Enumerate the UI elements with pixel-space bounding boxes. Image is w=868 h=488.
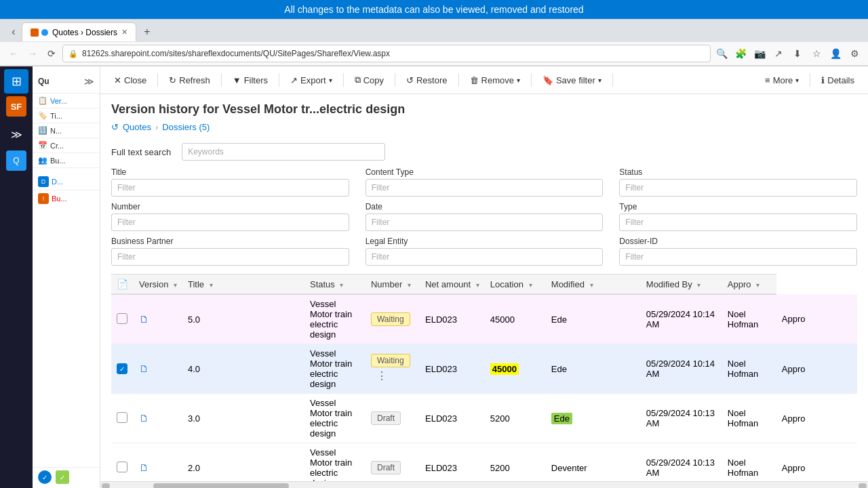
separator-9 xyxy=(810,73,810,87)
new-tab-btn[interactable]: + xyxy=(139,24,155,40)
col-modified-header[interactable]: Modified ▾ xyxy=(546,274,641,295)
h-scroll-right[interactable] xyxy=(859,483,867,489)
checkbox-checked[interactable]: ✓ xyxy=(117,363,127,374)
forward-btn[interactable]: → xyxy=(24,45,41,62)
h-scroll-thumb[interactable] xyxy=(153,483,289,489)
restore-label: Restore xyxy=(416,75,448,85)
col-location-header[interactable]: Location ▾ xyxy=(485,274,546,295)
breadcrumb-quotes-link[interactable]: Quotes xyxy=(123,122,151,132)
number-filter-label: Number xyxy=(111,202,349,211)
filters-button[interactable]: ▼ Filters xyxy=(227,73,273,88)
h-scrollbar[interactable] xyxy=(100,481,868,488)
camera-btn[interactable]: 📷 xyxy=(751,45,768,62)
row-status: Draft xyxy=(366,443,420,482)
full-text-input[interactable] xyxy=(182,143,385,161)
profile-btn[interactable]: 👤 xyxy=(827,45,844,62)
row-location: Ede xyxy=(546,394,641,443)
file-icon: 🗋 xyxy=(139,314,149,325)
extensions-btn[interactable]: 🧩 xyxy=(732,45,749,62)
row-net-amount: 5200 xyxy=(485,443,546,482)
back-btn[interactable]: ← xyxy=(5,45,22,62)
breadcrumb-dossiers-link[interactable]: Dossiers (5) xyxy=(162,122,210,132)
row-number: ELD023 xyxy=(420,344,485,394)
file-icon: 🗋 xyxy=(139,462,149,473)
browser-tabs: ‹ Quotes › Dossiers ✕ + xyxy=(0,19,868,42)
col-net-header[interactable]: Net amount ▾ xyxy=(420,274,485,295)
sidebar-item-n[interactable]: 🔢N... xyxy=(33,123,100,138)
col-version-header[interactable]: Version ▾ xyxy=(134,274,182,295)
col-status-header[interactable]: Status ▾ xyxy=(304,274,366,295)
refresh-button[interactable]: ↻ Refresh xyxy=(163,73,216,88)
col-modifiedby-header[interactable]: Modified By ▾ xyxy=(641,274,722,295)
export-button[interactable]: ↗ Export ▾ xyxy=(285,73,338,88)
bp-filter-input[interactable] xyxy=(111,248,349,266)
row-context-menu-trigger[interactable]: ⋮ xyxy=(374,367,390,384)
sidebar-item-d[interactable]: D D... xyxy=(33,174,100,190)
date-filter-input[interactable] xyxy=(366,214,604,231)
details-button[interactable]: ℹ Details xyxy=(816,73,860,88)
dossier-id-input[interactable] xyxy=(619,248,857,266)
title-filter-label: Title xyxy=(111,167,349,177)
separator-7 xyxy=(531,73,532,87)
content-type-input[interactable] xyxy=(366,179,604,197)
copy-icon: ⧉ xyxy=(355,75,361,85)
restore-icon: ↺ xyxy=(406,75,414,85)
separator-4 xyxy=(343,73,344,87)
status-green-icon[interactable]: ✓ xyxy=(56,470,69,484)
row-icon-cell: 🗋 xyxy=(134,394,182,443)
settings-btn[interactable]: ⚙ xyxy=(846,45,863,62)
restore-button[interactable]: ↺ Restore xyxy=(401,73,453,88)
type-filter-label: Type xyxy=(619,202,857,211)
row-appro: Appro xyxy=(776,294,857,344)
h-scroll-left[interactable] xyxy=(102,483,110,489)
number-sort-icon: ▾ xyxy=(408,281,411,289)
legal-entity-filter-input[interactable] xyxy=(366,248,604,266)
row-appro: Appro xyxy=(776,394,857,443)
row-net-amount: 45000 xyxy=(485,344,546,394)
browser-tab[interactable]: Quotes › Dossiers ✕ xyxy=(22,22,136,41)
checkbox-unchecked[interactable] xyxy=(117,412,127,423)
sidebar-item-ti[interactable]: 🏷️Ti... xyxy=(33,108,100,123)
more-button[interactable]: ≡ More ▾ xyxy=(760,73,804,88)
row-modified-by: Noel Hofman xyxy=(722,443,776,482)
search-browser-btn[interactable]: 🔍 xyxy=(713,45,730,62)
checkbox-unchecked[interactable] xyxy=(117,313,127,324)
remove-button[interactable]: 🗑 Remove ▾ xyxy=(465,73,526,88)
type-filter-input[interactable] xyxy=(619,214,857,231)
legal-entity-filter-row: Legal Entity xyxy=(366,237,604,266)
checkbox-unchecked[interactable] xyxy=(117,462,127,472)
apps-btn[interactable]: ⊞ xyxy=(4,69,28,94)
sidebar-item-bu2[interactable]: ! Bu... xyxy=(33,190,100,207)
copy-button[interactable]: ⧉ Copy xyxy=(349,72,389,88)
reload-btn[interactable]: ⟳ xyxy=(43,45,60,62)
browser-back-btn[interactable]: ‹ xyxy=(5,24,22,40)
col-appro-header[interactable]: Appro ▾ xyxy=(722,274,776,295)
number-filter-input[interactable] xyxy=(111,214,349,231)
row-checkbox-cell xyxy=(111,294,134,344)
row-modified-by: Noel Hofman xyxy=(722,394,776,443)
collapse-nav-btn[interactable]: ≫ xyxy=(4,122,28,146)
favorites-btn[interactable]: ☆ xyxy=(808,45,825,62)
status-filter-input[interactable] xyxy=(619,179,857,197)
q-icon[interactable]: Q xyxy=(6,150,26,171)
separator-8 xyxy=(612,73,613,87)
address-bar[interactable]: 🔒 81262s.sharepoint.com/sites/shareflexd… xyxy=(62,45,711,62)
share-btn[interactable]: ↗ xyxy=(770,45,787,62)
refresh-label: Refresh xyxy=(179,75,210,85)
lock-icon: 🔒 xyxy=(68,49,78,58)
sidebar-item-ver[interactable]: 📋Ver... xyxy=(33,94,100,108)
user-avatar[interactable]: ✓ xyxy=(38,470,52,484)
col-title-header[interactable]: Title ▾ xyxy=(182,274,304,295)
sidebar-item-bu[interactable]: 👥Bu... xyxy=(33,153,100,168)
app-logo[interactable]: SF xyxy=(6,96,26,117)
tab-close-btn[interactable]: ✕ xyxy=(121,28,127,37)
status-sort-icon: ▾ xyxy=(340,281,343,289)
close-button[interactable]: ✕ Close xyxy=(108,73,152,88)
download-btn[interactable]: ⬇ xyxy=(789,45,806,62)
title-filter-input[interactable] xyxy=(111,179,349,197)
sidebar-item-cr[interactable]: 📅Cr... xyxy=(33,138,100,153)
row-version: 5.0 xyxy=(182,294,304,344)
save-filter-button[interactable]: 🔖 Save filter ▾ xyxy=(537,73,607,88)
col-number-header[interactable]: Number ▾ xyxy=(366,274,420,295)
nav-expand-icon[interactable]: ≫ xyxy=(84,76,94,87)
